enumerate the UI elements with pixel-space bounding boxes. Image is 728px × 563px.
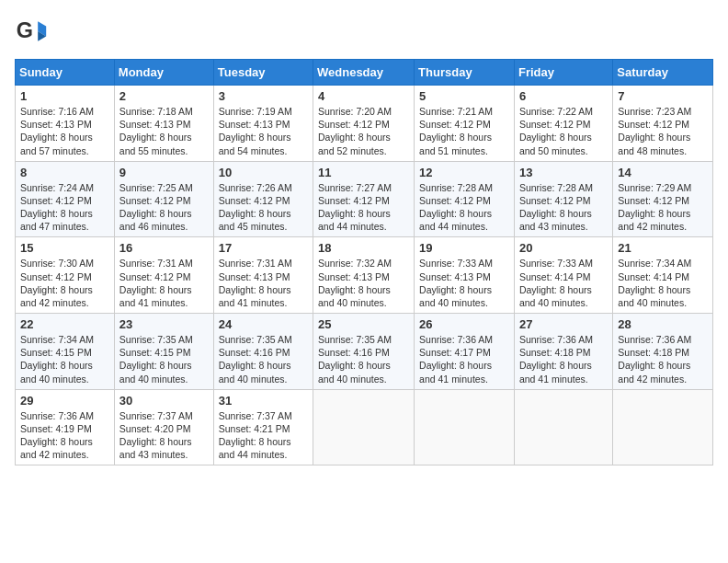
calendar-cell — [514, 389, 612, 465]
calendar-cell: 21Sunrise: 7:34 AMSunset: 4:14 PMDayligh… — [613, 237, 713, 314]
day-number: 11 — [318, 166, 409, 179]
column-header-thursday: Thursday — [415, 60, 515, 86]
day-number: 6 — [519, 89, 608, 103]
calendar-cell: 18Sunrise: 7:32 AMSunset: 4:13 PMDayligh… — [313, 237, 415, 314]
calendar-cell: 9Sunrise: 7:25 AMSunset: 4:12 PMDaylight… — [114, 161, 213, 237]
cell-details: Sunrise: 7:32 AMSunset: 4:13 PMDaylight:… — [318, 257, 409, 309]
cell-details: Sunrise: 7:18 AMSunset: 4:13 PMDaylight:… — [119, 105, 209, 157]
cell-details: Sunrise: 7:26 AMSunset: 4:12 PMDaylight:… — [219, 181, 308, 234]
calendar-cell: 6Sunrise: 7:22 AMSunset: 4:12 PMDaylight… — [514, 86, 612, 162]
day-number: 9 — [119, 166, 209, 179]
cell-details: Sunrise: 7:29 AMSunset: 4:12 PMDaylight:… — [618, 181, 708, 234]
day-number: 17 — [219, 241, 308, 255]
calendar-cell: 19Sunrise: 7:33 AMSunset: 4:13 PMDayligh… — [415, 237, 515, 314]
cell-details: Sunrise: 7:31 AMSunset: 4:13 PMDaylight:… — [219, 257, 308, 309]
cell-details: Sunrise: 7:19 AMSunset: 4:13 PMDaylight:… — [219, 105, 308, 157]
cell-details: Sunrise: 7:23 AMSunset: 4:12 PMDaylight:… — [618, 105, 708, 157]
calendar-cell: 5Sunrise: 7:21 AMSunset: 4:12 PMDaylight… — [415, 86, 515, 162]
day-number: 5 — [419, 89, 509, 103]
day-number: 20 — [519, 241, 608, 255]
column-header-monday: Monday — [114, 60, 213, 86]
day-number: 19 — [419, 241, 509, 255]
day-number: 7 — [618, 89, 708, 103]
calendar-header-row: SundayMondayTuesdayWednesdayThursdayFrid… — [16, 60, 713, 86]
day-number: 14 — [618, 166, 708, 179]
calendar-cell: 28Sunrise: 7:36 AMSunset: 4:18 PMDayligh… — [613, 314, 713, 390]
calendar-week-4: 22Sunrise: 7:34 AMSunset: 4:15 PMDayligh… — [16, 314, 713, 390]
cell-details: Sunrise: 7:37 AMSunset: 4:21 PMDaylight:… — [219, 409, 308, 462]
day-number: 10 — [219, 166, 308, 179]
calendar-cell: 20Sunrise: 7:33 AMSunset: 4:14 PMDayligh… — [514, 237, 612, 314]
logo-icon: G — [15, 15, 48, 48]
page-header: G — [15, 15, 713, 48]
cell-details: Sunrise: 7:24 AMSunset: 4:12 PMDaylight:… — [20, 181, 109, 234]
calendar-cell: 11Sunrise: 7:27 AMSunset: 4:12 PMDayligh… — [313, 161, 415, 237]
day-number: 13 — [519, 166, 608, 179]
calendar-cell: 17Sunrise: 7:31 AMSunset: 4:13 PMDayligh… — [213, 237, 313, 314]
cell-details: Sunrise: 7:36 AMSunset: 4:17 PMDaylight:… — [419, 333, 509, 385]
calendar-cell — [313, 389, 415, 465]
day-number: 2 — [119, 89, 209, 103]
column-header-friday: Friday — [514, 60, 612, 86]
cell-details: Sunrise: 7:16 AMSunset: 4:13 PMDaylight:… — [20, 105, 109, 157]
day-number: 8 — [20, 166, 109, 179]
calendar-cell: 24Sunrise: 7:35 AMSunset: 4:16 PMDayligh… — [213, 314, 313, 390]
day-number: 22 — [20, 317, 109, 331]
calendar-cell: 10Sunrise: 7:26 AMSunset: 4:12 PMDayligh… — [213, 161, 313, 237]
calendar-week-5: 29Sunrise: 7:36 AMSunset: 4:19 PMDayligh… — [16, 389, 713, 465]
cell-details: Sunrise: 7:34 AMSunset: 4:14 PMDaylight:… — [618, 257, 708, 309]
cell-details: Sunrise: 7:21 AMSunset: 4:12 PMDaylight:… — [419, 105, 509, 157]
cell-details: Sunrise: 7:27 AMSunset: 4:12 PMDaylight:… — [318, 181, 409, 234]
cell-details: Sunrise: 7:37 AMSunset: 4:20 PMDaylight:… — [119, 409, 209, 462]
cell-details: Sunrise: 7:36 AMSunset: 4:18 PMDaylight:… — [618, 333, 708, 385]
column-header-sunday: Sunday — [16, 60, 115, 86]
column-header-wednesday: Wednesday — [313, 60, 415, 86]
day-number: 24 — [219, 317, 308, 331]
cell-details: Sunrise: 7:34 AMSunset: 4:15 PMDaylight:… — [20, 333, 109, 385]
cell-details: Sunrise: 7:28 AMSunset: 4:12 PMDaylight:… — [519, 181, 608, 234]
day-number: 28 — [618, 317, 708, 331]
calendar-cell: 16Sunrise: 7:31 AMSunset: 4:12 PMDayligh… — [114, 237, 213, 314]
cell-details: Sunrise: 7:36 AMSunset: 4:18 PMDaylight:… — [519, 333, 608, 385]
calendar-cell: 8Sunrise: 7:24 AMSunset: 4:12 PMDaylight… — [16, 161, 115, 237]
day-number: 15 — [20, 241, 109, 255]
cell-details: Sunrise: 7:28 AMSunset: 4:12 PMDaylight:… — [419, 181, 509, 234]
day-number: 29 — [20, 394, 109, 408]
calendar-cell: 23Sunrise: 7:35 AMSunset: 4:15 PMDayligh… — [114, 314, 213, 390]
cell-details: Sunrise: 7:35 AMSunset: 4:16 PMDaylight:… — [318, 333, 409, 385]
cell-details: Sunrise: 7:35 AMSunset: 4:15 PMDaylight:… — [119, 333, 209, 385]
cell-details: Sunrise: 7:36 AMSunset: 4:19 PMDaylight:… — [20, 409, 109, 462]
day-number: 30 — [119, 394, 209, 408]
logo: G — [15, 15, 51, 48]
cell-details: Sunrise: 7:33 AMSunset: 4:13 PMDaylight:… — [419, 257, 509, 309]
day-number: 12 — [419, 166, 509, 179]
calendar-cell — [613, 389, 713, 465]
day-number: 31 — [219, 394, 308, 408]
cell-details: Sunrise: 7:35 AMSunset: 4:16 PMDaylight:… — [219, 333, 308, 385]
day-number: 18 — [318, 241, 409, 255]
calendar-cell: 1Sunrise: 7:16 AMSunset: 4:13 PMDaylight… — [16, 86, 115, 162]
calendar-cell: 25Sunrise: 7:35 AMSunset: 4:16 PMDayligh… — [313, 314, 415, 390]
calendar-week-1: 1Sunrise: 7:16 AMSunset: 4:13 PMDaylight… — [16, 86, 713, 162]
calendar-cell: 3Sunrise: 7:19 AMSunset: 4:13 PMDaylight… — [213, 86, 313, 162]
day-number: 23 — [119, 317, 209, 331]
calendar-cell: 7Sunrise: 7:23 AMSunset: 4:12 PMDaylight… — [613, 86, 713, 162]
day-number: 21 — [618, 241, 708, 255]
calendar-cell: 13Sunrise: 7:28 AMSunset: 4:12 PMDayligh… — [514, 161, 612, 237]
calendar-cell: 26Sunrise: 7:36 AMSunset: 4:17 PMDayligh… — [415, 314, 515, 390]
day-number: 3 — [219, 89, 308, 103]
calendar-cell: 12Sunrise: 7:28 AMSunset: 4:12 PMDayligh… — [415, 161, 515, 237]
calendar-cell: 2Sunrise: 7:18 AMSunset: 4:13 PMDaylight… — [114, 86, 213, 162]
calendar-cell: 29Sunrise: 7:36 AMSunset: 4:19 PMDayligh… — [16, 389, 115, 465]
calendar-cell — [415, 389, 515, 465]
day-number: 4 — [318, 89, 409, 103]
day-number: 16 — [119, 241, 209, 255]
cell-details: Sunrise: 7:20 AMSunset: 4:12 PMDaylight:… — [318, 105, 409, 157]
calendar-cell: 14Sunrise: 7:29 AMSunset: 4:12 PMDayligh… — [613, 161, 713, 237]
calendar-week-3: 15Sunrise: 7:30 AMSunset: 4:12 PMDayligh… — [16, 237, 713, 314]
calendar-table: SundayMondayTuesdayWednesdayThursdayFrid… — [15, 59, 713, 465]
calendar-week-2: 8Sunrise: 7:24 AMSunset: 4:12 PMDaylight… — [16, 161, 713, 237]
day-number: 1 — [20, 89, 109, 103]
calendar-cell: 31Sunrise: 7:37 AMSunset: 4:21 PMDayligh… — [213, 389, 313, 465]
svg-text:G: G — [17, 18, 33, 42]
